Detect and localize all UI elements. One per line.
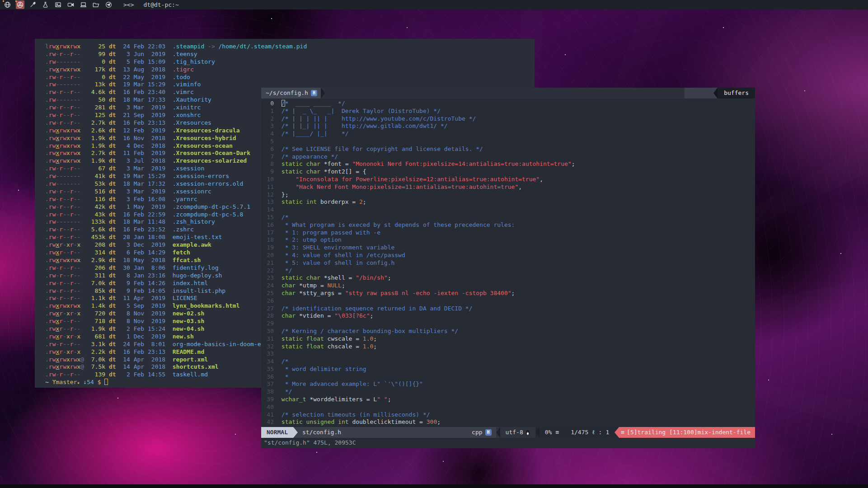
prompt-symbol: $ (98, 379, 101, 385)
filetype-segment: cppH (467, 427, 496, 438)
code-line: 15 /* (263, 214, 755, 221)
tab-file-label: ~/s/config.h (266, 89, 308, 97)
tab-current-file[interactable]: ~/s/config.hH (261, 88, 321, 99)
column-number: 1 (605, 429, 609, 436)
telegram-icon[interactable] (104, 0, 113, 9)
mode-indicator: NORMAL (261, 427, 293, 438)
code-line: 14 (263, 206, 755, 214)
statusline-filename: st/config.h (298, 427, 467, 438)
warning-arrow-icon (615, 427, 619, 438)
code-line: 25 char *stty_args = "stty raw pass8 nl … (263, 290, 755, 297)
buffers-label[interactable]: buffers (718, 88, 755, 99)
encoding-label: utf-8 (506, 429, 523, 436)
code-line: 29 (263, 320, 755, 328)
code-line: 20 * 4: value of shell in /etc/passwd (263, 252, 755, 259)
file-row: lrwxrwxrwx 25 dt 24 Feb 22:03 .steampid … (45, 43, 535, 51)
position-segment: 0% ≡ 1/475 ℓ : 1 (540, 427, 615, 438)
tabline-right-segment (685, 88, 713, 99)
warning-text: [5]trailing [11:100]mix-indent-file (627, 429, 751, 436)
code-line: 1 /* | _ \_ _| Derek Taylor (DistroTube)… (263, 108, 755, 115)
scroll-percent: 0% (545, 429, 552, 436)
linux-penguin-icon (525, 430, 530, 435)
top-bar: ><> dt@dt-pc:~ (0, 0, 868, 9)
code-line: 19 * 3: SHELL environment variable (263, 244, 755, 252)
code-line: 31 static float cwscale = 1.0; (263, 335, 755, 343)
file-row: .rw------- 0 dt 5 Feb 15:09 .tig_history (45, 58, 535, 66)
header-file-icon: H (311, 90, 317, 96)
segment-separator-icon (496, 427, 500, 438)
line-icon: ℓ (592, 429, 595, 436)
tray-marker (15, 0, 17, 2)
filetype-label: cpp (472, 429, 482, 436)
code-line: 4 /* |____/ |_| */ (263, 130, 755, 138)
code-line: 7 /* appearance */ (263, 153, 755, 161)
code-line: 18 * 2: utmp option (263, 236, 755, 244)
vim-tabline: ~/s/config.hH buffers (261, 88, 755, 99)
code-line: 13 static int borderpx = 2; (263, 198, 755, 206)
warning-icon: ≡ (621, 429, 624, 436)
color-picker-icon[interactable] (28, 0, 37, 9)
file-row: .rw-r--r-- 0 dt 22 May 2019 .todo (45, 74, 535, 81)
code-line: 9 static char *font2[] = { (263, 168, 755, 176)
encoding-segment: utf-8 (500, 427, 535, 438)
code-editor-area[interactable]: 0 /* ____ _____ */1 /* | _ \_ _| Derek T… (261, 99, 755, 427)
git-behind-count: ↓54 (83, 379, 94, 385)
bottom-edge-strip (0, 484, 868, 488)
filetype-icon: H (485, 429, 492, 436)
code-line: 34 /* (263, 358, 755, 366)
code-line: 28 char *vtiden = "\033[?6c"; (263, 312, 755, 320)
image-viewer-icon[interactable] (54, 0, 62, 9)
focused-window-title: dt@dt-pc:~ (143, 1, 178, 8)
code-line: 11 "Hack Nerd Font Mono:pixelsize=11:ant… (263, 183, 755, 191)
code-line: 3 /* | |_| || | http://www.gitlab.com/dw… (263, 122, 755, 130)
code-line: 37 * More advanced example: L" `'\"()[]{… (263, 380, 755, 388)
file-manager-icon[interactable] (92, 0, 100, 9)
code-line: 16 * What program is execed by st depend… (263, 221, 755, 229)
code-line: 22 */ (263, 267, 755, 275)
git-branch-name: master (56, 379, 77, 385)
code-line: 21 * 5: value of shell in config.h (263, 259, 755, 267)
code-line: 41 /* selection timeouts (in millisecond… (263, 411, 755, 419)
fish-shell-glyph: ><> (123, 1, 134, 8)
code-line: 35 * word delimiter string (263, 366, 755, 373)
scroll-icon: ≡ (555, 429, 559, 436)
code-line: 30 /* Kerning / character bounding-box m… (263, 328, 755, 335)
code-line: 40 (263, 404, 755, 411)
code-line: 42 static unsigned int doubleclicktimeou… (263, 418, 755, 426)
code-line: 36 * (263, 373, 755, 381)
code-line: 33 (263, 350, 755, 358)
colon-label: : (599, 429, 602, 436)
code-line: 10 "Inconsolata for Powerline:pixelsize=… (263, 176, 755, 183)
display-icon[interactable] (79, 0, 88, 9)
tabline-spacer (325, 88, 685, 99)
code-line: 23 static char *shell = "/bin/sh"; (263, 274, 755, 282)
vim-statusline: NORMAL st/config.h cppH utf-8 0% ≡ 1/475… (261, 427, 755, 438)
prompt-path: ~ (45, 379, 49, 385)
code-line: 5 (263, 138, 755, 145)
vim-window[interactable]: ~/s/config.hH buffers 0 /* ____ _____ */… (261, 88, 755, 448)
browser-icon[interactable] (3, 0, 12, 9)
code-line: 0 /* ____ _____ */ (263, 100, 755, 108)
code-line: 39 wchar_t *worddelimiters = L" "; (263, 396, 755, 404)
buffers-separator-icon (713, 88, 718, 99)
line-position: 1/475 (571, 429, 588, 436)
code-line: 24 char *utmp = NULL; (263, 282, 755, 290)
warning-segment: ≡[5]trailing [11:100]mix-indent-file (619, 427, 755, 438)
powerline-arrow-icon (293, 427, 298, 438)
file-row: .rw-r--r-- 99 dt 3 Jun 2019 .teensy (45, 51, 535, 58)
code-line: 8 static char *font = "Mononoki Nerd Fon… (263, 160, 755, 168)
file-row: .rwxrwxrwx 17k dt 13 Aug 2018 .tigrc (45, 66, 535, 74)
code-line: 2 /* | | | || | http://www.youtube.com/c… (263, 115, 755, 123)
segment-separator-icon (535, 427, 540, 438)
tab-separator-icon (321, 88, 325, 99)
flask-icon[interactable] (41, 0, 50, 9)
code-line: 17 * 1: program passed with -e (263, 229, 755, 237)
code-line: 27 /* identification sequence returned i… (263, 305, 755, 313)
vim-message-line: "st/config.h" 475L, 20953C (261, 438, 755, 448)
video-recorder-icon[interactable] (66, 0, 75, 9)
code-line: 32 static float chscale = 1.0; (263, 343, 755, 351)
code-line: 12 }; (263, 191, 755, 199)
tray-marker (3, 0, 4, 2)
screenshot-icon[interactable] (16, 0, 24, 9)
code-line: 38 */ (263, 388, 755, 396)
